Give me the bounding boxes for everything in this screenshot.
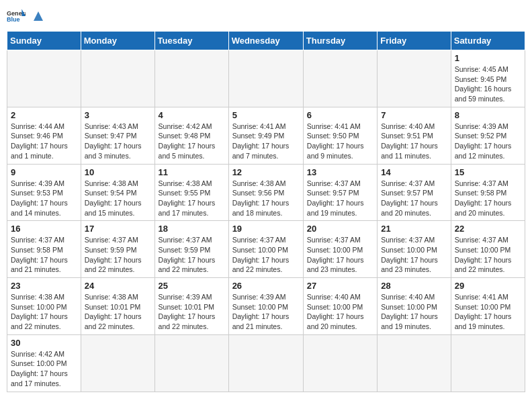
calendar-cell: [228, 50, 303, 107]
logo-icon: General Blue: [7, 7, 26, 26]
cell-content: Sunrise: 4:37 AM Sunset: 10:00 PM Daylig…: [381, 235, 447, 275]
calendar-cell: 16Sunrise: 4:37 AM Sunset: 9:58 PM Dayli…: [7, 221, 81, 278]
day-number: 20: [307, 224, 373, 234]
logo: General Blue: [7, 7, 46, 26]
svg-text:Blue: Blue: [7, 16, 20, 23]
day-number: 30: [11, 338, 77, 348]
day-number: 21: [381, 224, 447, 234]
calendar-cell: 5Sunrise: 4:41 AM Sunset: 9:49 PM Daylig…: [228, 107, 303, 164]
cell-content: Sunrise: 4:38 AM Sunset: 10:01 PM Daylig…: [85, 292, 151, 332]
calendar-cell: 17Sunrise: 4:37 AM Sunset: 9:59 PM Dayli…: [81, 221, 154, 278]
cell-content: Sunrise: 4:37 AM Sunset: 10:00 PM Daylig…: [455, 235, 521, 275]
calendar-cell: 26Sunrise: 4:39 AM Sunset: 10:00 PM Dayl…: [228, 278, 303, 335]
calendar-cell: 24Sunrise: 4:38 AM Sunset: 10:01 PM Dayl…: [81, 278, 154, 335]
day-number: 6: [307, 110, 373, 120]
cell-content: Sunrise: 4:37 AM Sunset: 10:00 PM Daylig…: [232, 235, 300, 275]
calendar-cell: [378, 50, 451, 107]
calendar-cell: [81, 50, 154, 107]
weekday-header-saturday: Saturday: [451, 32, 525, 50]
calendar-cell: [451, 334, 525, 392]
day-number: 25: [159, 281, 225, 291]
svg-marker-3: [34, 11, 43, 21]
calendar-cell: [81, 334, 154, 392]
day-number: 7: [381, 110, 447, 120]
day-number: 16: [11, 224, 77, 234]
calendar-cell: 29Sunrise: 4:41 AM Sunset: 10:00 PM Dayl…: [451, 278, 525, 335]
calendar-cell: 11Sunrise: 4:38 AM Sunset: 9:55 PM Dayli…: [154, 164, 228, 221]
day-number: 3: [85, 110, 151, 120]
calendar-cell: [154, 334, 228, 392]
day-number: 4: [159, 110, 225, 120]
day-number: 8: [455, 110, 521, 120]
weekday-header-sunday: Sunday: [7, 32, 81, 50]
calendar-cell: 30Sunrise: 4:42 AM Sunset: 10:00 PM Dayl…: [7, 334, 81, 392]
day-number: 14: [381, 167, 447, 177]
cell-content: Sunrise: 4:39 AM Sunset: 10:00 PM Daylig…: [232, 292, 300, 332]
cell-content: Sunrise: 4:38 AM Sunset: 10:00 PM Daylig…: [11, 292, 77, 332]
calendar-cell: 25Sunrise: 4:39 AM Sunset: 10:01 PM Dayl…: [154, 278, 228, 335]
day-number: 1: [455, 53, 521, 63]
cell-content: Sunrise: 4:41 AM Sunset: 9:49 PM Dayligh…: [232, 122, 300, 161]
day-number: 29: [455, 281, 521, 291]
cell-content: Sunrise: 4:39 AM Sunset: 10:01 PM Daylig…: [159, 292, 225, 332]
calendar-cell: 28Sunrise: 4:40 AM Sunset: 10:00 PM Dayl…: [378, 278, 451, 335]
calendar-cell: 21Sunrise: 4:37 AM Sunset: 10:00 PM Dayl…: [378, 221, 451, 278]
calendar-cell: 27Sunrise: 4:40 AM Sunset: 10:00 PM Dayl…: [303, 278, 377, 335]
calendar-cell: 2Sunrise: 4:44 AM Sunset: 9:46 PM Daylig…: [7, 107, 81, 164]
day-number: 22: [455, 224, 521, 234]
day-number: 13: [307, 167, 373, 177]
calendar-cell: 8Sunrise: 4:39 AM Sunset: 9:52 PM Daylig…: [451, 107, 525, 164]
cell-content: Sunrise: 4:37 AM Sunset: 9:58 PM Dayligh…: [11, 235, 77, 275]
day-number: 10: [85, 167, 151, 177]
weekday-header-wednesday: Wednesday: [228, 32, 303, 50]
day-number: 17: [85, 224, 151, 234]
calendar-cell: 4Sunrise: 4:42 AM Sunset: 9:48 PM Daylig…: [154, 107, 228, 164]
calendar-cell: [303, 334, 377, 392]
calendar-cell: 3Sunrise: 4:43 AM Sunset: 9:47 PM Daylig…: [81, 107, 154, 164]
calendar-cell: 10Sunrise: 4:38 AM Sunset: 9:54 PM Dayli…: [81, 164, 154, 221]
day-number: 2: [11, 110, 77, 120]
cell-content: Sunrise: 4:37 AM Sunset: 9:59 PM Dayligh…: [85, 235, 151, 275]
calendar-cell: 15Sunrise: 4:37 AM Sunset: 9:58 PM Dayli…: [451, 164, 525, 221]
day-number: 9: [11, 167, 77, 177]
calendar-cell: 6Sunrise: 4:41 AM Sunset: 9:50 PM Daylig…: [303, 107, 377, 164]
cell-content: Sunrise: 4:38 AM Sunset: 9:56 PM Dayligh…: [232, 179, 300, 218]
calendar-cell: 7Sunrise: 4:40 AM Sunset: 9:51 PM Daylig…: [378, 107, 451, 164]
cell-content: Sunrise: 4:37 AM Sunset: 10:00 PM Daylig…: [307, 235, 373, 275]
calendar-cell: [7, 50, 81, 107]
cell-content: Sunrise: 4:42 AM Sunset: 9:48 PM Dayligh…: [159, 122, 225, 161]
day-number: 24: [85, 281, 151, 291]
weekday-header-friday: Friday: [378, 32, 451, 50]
cell-content: Sunrise: 4:41 AM Sunset: 9:50 PM Dayligh…: [307, 122, 373, 161]
day-number: 26: [232, 281, 300, 291]
calendar-table: SundayMondayTuesdayWednesdayThursdayFrid…: [7, 31, 525, 392]
day-number: 5: [232, 110, 300, 120]
calendar-cell: 19Sunrise: 4:37 AM Sunset: 10:00 PM Dayl…: [228, 221, 303, 278]
cell-content: Sunrise: 4:37 AM Sunset: 9:58 PM Dayligh…: [455, 179, 521, 218]
page-header: General Blue: [7, 7, 525, 26]
calendar-cell: 1Sunrise: 4:45 AM Sunset: 9:45 PM Daylig…: [451, 50, 525, 107]
cell-content: Sunrise: 4:41 AM Sunset: 10:00 PM Daylig…: [455, 292, 521, 332]
cell-content: Sunrise: 4:44 AM Sunset: 9:46 PM Dayligh…: [11, 122, 77, 161]
day-number: 23: [11, 281, 77, 291]
weekday-header-tuesday: Tuesday: [154, 32, 228, 50]
calendar-cell: 12Sunrise: 4:38 AM Sunset: 9:56 PM Dayli…: [228, 164, 303, 221]
cell-content: Sunrise: 4:37 AM Sunset: 9:57 PM Dayligh…: [307, 179, 373, 218]
day-number: 18: [159, 224, 225, 234]
calendar-cell: 9Sunrise: 4:39 AM Sunset: 9:53 PM Daylig…: [7, 164, 81, 221]
day-number: 19: [232, 224, 300, 234]
day-number: 27: [307, 281, 373, 291]
cell-content: Sunrise: 4:39 AM Sunset: 9:52 PM Dayligh…: [455, 122, 521, 161]
cell-content: Sunrise: 4:42 AM Sunset: 10:00 PM Daylig…: [11, 349, 77, 389]
day-number: 15: [455, 167, 521, 177]
calendar-cell: 22Sunrise: 4:37 AM Sunset: 10:00 PM Dayl…: [451, 221, 525, 278]
cell-content: Sunrise: 4:43 AM Sunset: 9:47 PM Dayligh…: [85, 122, 151, 161]
cell-content: Sunrise: 4:40 AM Sunset: 10:00 PM Daylig…: [307, 292, 373, 332]
calendar-cell: [228, 334, 303, 392]
calendar-cell: [154, 50, 228, 107]
cell-content: Sunrise: 4:37 AM Sunset: 9:57 PM Dayligh…: [381, 179, 447, 218]
day-number: 12: [232, 167, 300, 177]
day-number: 28: [381, 281, 447, 291]
weekday-header-thursday: Thursday: [303, 32, 377, 50]
calendar-cell: 14Sunrise: 4:37 AM Sunset: 9:57 PM Dayli…: [378, 164, 451, 221]
